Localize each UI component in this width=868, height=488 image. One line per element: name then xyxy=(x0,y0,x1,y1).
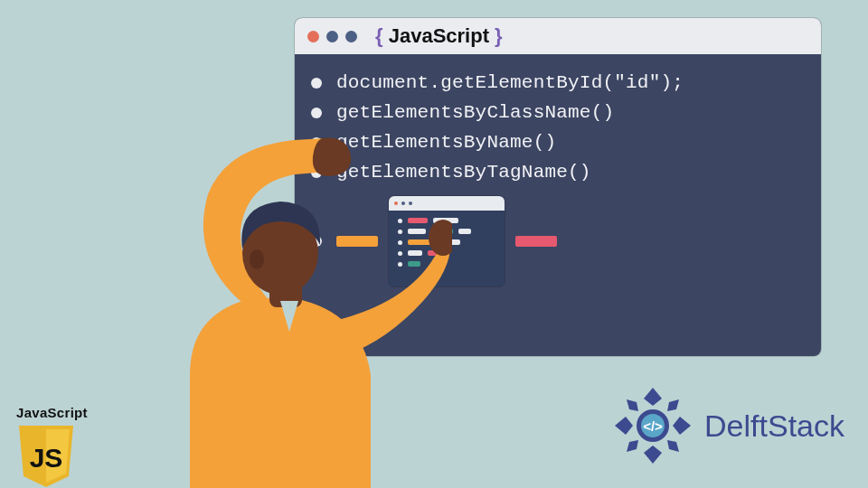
javascript-logo-label: JavaScript xyxy=(16,405,89,420)
code-text: getElementsByName() xyxy=(336,132,556,153)
editor-titlebar: { JavaScript } xyxy=(295,18,821,54)
max-dot-icon xyxy=(409,202,412,205)
bullet-icon xyxy=(311,108,322,118)
bullet-icon xyxy=(311,78,322,89)
close-dot-icon xyxy=(394,202,398,205)
code-text: getElementsByTagName() xyxy=(336,162,591,183)
js-shield-icon: JS xyxy=(16,424,76,488)
editor-title: { JavaScript } xyxy=(375,24,503,48)
max-dot-icon xyxy=(345,31,357,42)
delftstack-mark-icon: </> xyxy=(612,385,693,466)
js-badge-text: JS xyxy=(30,443,63,473)
code-line xyxy=(311,192,805,291)
mini-window xyxy=(389,196,505,286)
delftstack-logo: </> DelftStack xyxy=(612,385,844,466)
javascript-logo: JavaScript JS xyxy=(16,405,89,488)
min-dot-icon xyxy=(401,202,405,205)
code-editor-window: { JavaScript } document.getElementById("… xyxy=(295,18,821,356)
code-line: getElementsByName() xyxy=(311,132,805,153)
code-line: getElementsByTagName() xyxy=(311,162,805,183)
code-text: getElementsByClassName() xyxy=(336,102,614,123)
code-text: document.getElementById("id"); xyxy=(336,72,684,93)
chip-icon xyxy=(515,236,557,247)
close-dot-icon xyxy=(307,31,319,42)
mini-window-illustration xyxy=(336,192,557,291)
bullet-icon xyxy=(311,167,322,178)
bullet-icon xyxy=(311,137,322,148)
bullet-icon xyxy=(311,236,322,247)
svg-text:</>: </> xyxy=(643,418,663,434)
code-line: document.getElementById("id"); xyxy=(311,72,805,93)
window-traffic-lights xyxy=(307,31,357,42)
svg-point-3 xyxy=(250,249,264,269)
min-dot-icon xyxy=(326,31,338,42)
mini-titlebar xyxy=(389,196,505,211)
code-line: getElementsByClassName() xyxy=(311,102,805,123)
chip-icon xyxy=(336,236,378,247)
delftstack-text: DelftStack xyxy=(704,408,844,444)
editor-body: document.getElementById("id"); getElemen… xyxy=(295,54,821,318)
